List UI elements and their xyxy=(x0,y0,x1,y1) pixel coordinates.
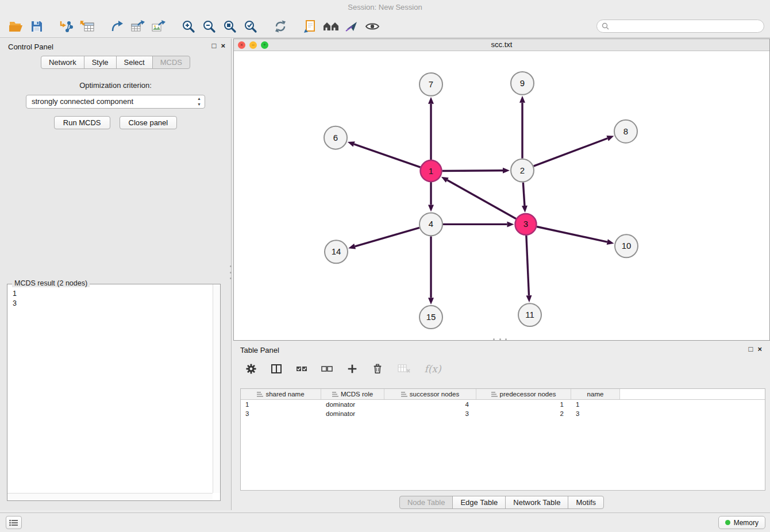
graph-edge-3-10[interactable] xyxy=(537,227,607,242)
graph-edge-4-14[interactable] xyxy=(355,228,419,246)
function-builder-button[interactable]: f(x) xyxy=(423,360,442,378)
select-all-button[interactable] xyxy=(294,360,309,378)
close-panel-icon[interactable]: × xyxy=(757,345,762,353)
graph-edge-2-3[interactable] xyxy=(523,183,525,206)
show-panels-button[interactable] xyxy=(6,516,22,529)
import-table-button[interactable] xyxy=(77,17,98,36)
graph-edge-1-6[interactable] xyxy=(354,144,420,167)
graph-edge-1-2[interactable] xyxy=(442,171,503,171)
result-vertical-scrollbar[interactable] xyxy=(213,284,220,493)
zoom-fit-icon xyxy=(223,20,237,33)
zoom-selected-button[interactable] xyxy=(240,17,261,36)
zoom-out-button[interactable] xyxy=(199,17,220,36)
import-network-button[interactable] xyxy=(56,17,77,36)
svg-text:10: 10 xyxy=(622,241,632,250)
graph-node-11[interactable]: 11 xyxy=(518,303,541,326)
table-row[interactable]: 3 dominator 3 2 3 xyxy=(241,409,765,418)
graph-edge-arrowhead xyxy=(507,221,514,227)
column-header-predecessor-nodes[interactable]: predecessor nodes xyxy=(476,389,571,399)
graph-node-4[interactable]: 4 xyxy=(419,213,442,236)
zoom-in-icon xyxy=(182,20,195,33)
delete-column-button[interactable] xyxy=(370,360,385,378)
graph-edge-2-8[interactable] xyxy=(534,138,608,166)
tab-select[interactable]: Select xyxy=(116,56,153,69)
cell-shared-name[interactable]: 3 xyxy=(241,410,321,417)
tab-style[interactable]: Style xyxy=(84,56,117,69)
show-hide-button[interactable] xyxy=(362,17,383,36)
column-header-shared-name[interactable]: shared name xyxy=(241,389,321,399)
tab-edge-table[interactable]: Edge Table xyxy=(452,496,506,509)
float-panel-icon[interactable]: □ xyxy=(212,42,217,50)
tab-mcds[interactable]: MCDS xyxy=(152,56,190,69)
mcds-result-list: 1 3 xyxy=(7,284,220,313)
export-table-icon xyxy=(130,20,145,33)
graph-node-7[interactable]: 7 xyxy=(419,73,442,96)
close-window-icon[interactable]: × xyxy=(238,41,245,49)
table-settings-button[interactable] xyxy=(244,360,259,378)
gear-icon xyxy=(245,363,257,375)
deselect-all-button[interactable] xyxy=(319,360,334,378)
zoom-fit-button[interactable] xyxy=(220,17,240,36)
run-mcds-button[interactable]: Run MCDS xyxy=(54,116,110,129)
column-header-mcds-role[interactable]: MCDS role xyxy=(321,389,384,399)
clone-network-button[interactable] xyxy=(300,17,321,36)
new-network-button[interactable] xyxy=(107,17,128,36)
search-input[interactable] xyxy=(612,22,759,30)
float-panel-icon[interactable]: □ xyxy=(749,345,753,353)
table-header-row: shared name MCDS role successor nodes pr… xyxy=(241,389,765,400)
table-panel-tabs: Node Table Edge Table Network Table Moti… xyxy=(233,496,770,509)
optimization-select[interactable]: strongly connected component ▲▼ xyxy=(26,95,205,109)
cell-predecessor-nodes[interactable]: 2 xyxy=(476,410,571,417)
tab-network-table[interactable]: Network Table xyxy=(505,496,568,509)
graph-node-15[interactable]: 15 xyxy=(419,306,442,329)
cell-mcds-role[interactable]: dominator xyxy=(321,410,384,417)
graph-node-9[interactable]: 9 xyxy=(511,72,534,95)
graph-node-10[interactable]: 10 xyxy=(615,234,638,257)
maximize-window-icon[interactable]: + xyxy=(261,41,268,49)
open-session-button[interactable] xyxy=(6,17,26,36)
svg-text:7: 7 xyxy=(429,79,433,89)
minimize-window-icon[interactable]: − xyxy=(249,41,257,49)
show-columns-button[interactable] xyxy=(269,360,284,378)
graph-node-3[interactable]: 3 xyxy=(515,214,537,235)
graph-edge-3-1[interactable] xyxy=(447,180,516,219)
graph-node-1[interactable]: 1 xyxy=(421,160,442,182)
zoom-in-button[interactable] xyxy=(178,17,199,36)
graph-edge-arrowhead xyxy=(503,168,510,174)
save-session-button[interactable] xyxy=(26,17,47,36)
cell-name[interactable]: 1 xyxy=(571,401,620,408)
refresh-view-button[interactable] xyxy=(270,17,291,36)
graph-node-14[interactable]: 14 xyxy=(325,240,348,263)
export-image-button[interactable] xyxy=(148,17,169,36)
graph-node-2[interactable]: 2 xyxy=(511,159,534,182)
add-column-button[interactable] xyxy=(345,360,360,378)
graph-node-8[interactable]: 8 xyxy=(614,120,637,143)
close-panel-icon[interactable]: × xyxy=(221,42,225,50)
cell-mcds-role[interactable]: dominator xyxy=(321,401,384,408)
delete-table-button[interactable] xyxy=(395,360,413,378)
cell-name[interactable]: 3 xyxy=(571,410,620,417)
apply-style-button[interactable] xyxy=(341,17,362,36)
tab-network[interactable]: Network xyxy=(41,56,84,69)
vertical-splitter-handle[interactable] xyxy=(230,265,233,279)
close-panel-button[interactable]: Close panel xyxy=(120,116,178,129)
cell-successor-nodes[interactable]: 4 xyxy=(384,401,476,408)
memory-button[interactable]: Memory xyxy=(718,516,765,529)
result-horizontal-scrollbar[interactable] xyxy=(7,493,213,500)
column-header-successor-nodes[interactable]: successor nodes xyxy=(384,389,476,399)
export-table-button[interactable] xyxy=(128,17,148,36)
horizontal-splitter-handle[interactable] xyxy=(493,338,507,341)
cell-predecessor-nodes[interactable]: 1 xyxy=(476,401,571,408)
cell-shared-name[interactable]: 1 xyxy=(241,401,321,408)
window-title: Session: New Session xyxy=(0,0,770,15)
search-field[interactable] xyxy=(596,20,764,33)
network-overview-button[interactable] xyxy=(321,17,341,36)
tab-node-table[interactable]: Node Table xyxy=(399,496,453,509)
network-canvas[interactable]: 7968124314101511 xyxy=(234,51,769,340)
graph-edge-3-11[interactable] xyxy=(526,236,529,295)
column-header-name[interactable]: name xyxy=(571,389,620,399)
tab-motifs[interactable]: Motifs xyxy=(568,496,604,509)
table-row[interactable]: 1 dominator 4 1 1 xyxy=(241,400,765,409)
graph-node-6[interactable]: 6 xyxy=(324,126,347,149)
cell-successor-nodes[interactable]: 3 xyxy=(384,410,476,417)
